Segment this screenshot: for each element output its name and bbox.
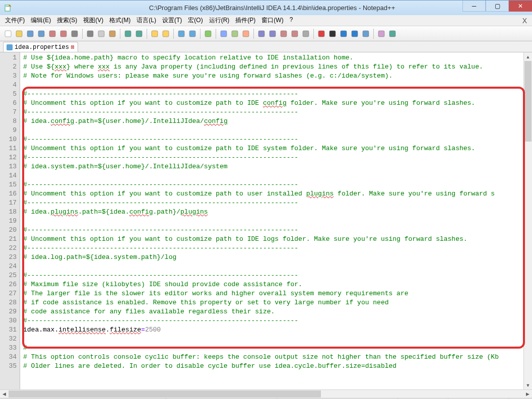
scroll-down-icon[interactable]: ▼: [524, 381, 532, 389]
svg-rect-23: [270, 31, 276, 37]
save-macro-icon[interactable]: [361, 29, 371, 39]
code-line: # idea.log.path=${idea.system.path}/log: [23, 253, 523, 262]
scroll-up-icon[interactable]: ▲: [524, 52, 532, 61]
minimize-button[interactable]: ─: [462, 1, 486, 12]
about-icon[interactable]: [387, 29, 397, 39]
menu-7[interactable]: 宏(O): [185, 15, 206, 26]
save-all-icon[interactable]: [36, 29, 46, 39]
scroll-left-icon[interactable]: ◀: [0, 391, 9, 396]
spell-icon[interactable]: [376, 29, 386, 39]
menu-8[interactable]: 运行(R): [206, 15, 233, 26]
copy-icon[interactable]: [96, 29, 106, 39]
code-line: # This option controls console cyclic bu…: [23, 353, 523, 362]
stop-icon[interactable]: [327, 29, 338, 39]
svg-rect-30: [352, 31, 358, 37]
tab-label: idea.properties: [15, 44, 69, 51]
code-line: # Note for Windows users: please make su…: [23, 72, 523, 81]
play-icon[interactable]: [339, 29, 349, 39]
menu-6[interactable]: 设置(T): [159, 15, 185, 26]
close-button[interactable]: ✕: [509, 1, 532, 12]
mdi-close-icon[interactable]: X: [522, 17, 527, 25]
code-line: # Use ${xxx} where xxx is any Java prope…: [23, 62, 523, 72]
print-icon[interactable]: [70, 29, 80, 39]
tab-bar: idea.properties ⊠: [0, 41, 532, 52]
code-line: # Uncomment this option if you want to c…: [23, 144, 523, 153]
code-line: #---------------------------------------…: [23, 153, 523, 162]
menu-3[interactable]: 视图(V): [80, 15, 106, 26]
menu-10[interactable]: 窗口(W): [258, 15, 286, 26]
expand-icon[interactable]: [290, 29, 300, 39]
all-chars-icon[interactable]: [230, 29, 240, 39]
menu-5[interactable]: 语言(L): [134, 15, 159, 26]
unfold-icon[interactable]: [268, 29, 278, 39]
hide-icon[interactable]: [301, 29, 311, 39]
file-icon: [7, 44, 13, 50]
svg-rect-22: [258, 31, 264, 37]
redo-icon[interactable]: [134, 29, 144, 39]
svg-rect-13: [136, 31, 142, 37]
horizontal-scrollbar[interactable]: ◀ ▶: [0, 389, 532, 398]
svg-rect-19: [221, 31, 227, 37]
app-icon: [4, 4, 12, 12]
zoom-out-icon[interactable]: [187, 29, 197, 39]
svg-rect-18: [205, 31, 211, 37]
toolbar: [0, 26, 532, 41]
file-tab[interactable]: idea.properties ⊠: [3, 42, 78, 52]
svg-rect-28: [329, 31, 336, 37]
svg-rect-3: [16, 31, 22, 37]
indent-icon[interactable]: [241, 29, 251, 39]
code-area[interactable]: # Use ${idea.home.path} macro to specify…: [20, 52, 523, 389]
replace-icon[interactable]: [161, 29, 171, 39]
zoom-in-icon[interactable]: [176, 29, 186, 39]
vertical-scrollbar[interactable]: ▲ ▼: [523, 52, 532, 389]
code-line: # if code assistance is enabled. Remove …: [23, 298, 523, 307]
cut-icon[interactable]: [85, 29, 95, 39]
collapse-icon[interactable]: [279, 29, 289, 39]
svg-rect-27: [318, 31, 324, 37]
svg-rect-8: [72, 31, 78, 37]
save-icon[interactable]: [25, 29, 35, 39]
hscroll-thumb[interactable]: [9, 390, 321, 397]
menu-bar: 文件(F)编辑(E)搜索(S)视图(V)格式(M)语言(L)设置(T)宏(O)运…: [0, 15, 532, 26]
undo-icon[interactable]: [123, 29, 133, 39]
menu-11[interactable]: ?: [287, 15, 296, 26]
wrap-icon[interactable]: [219, 29, 229, 39]
code-line: # idea.plugins.path=${idea.config.path}/…: [23, 208, 523, 217]
play-multi-icon[interactable]: [350, 29, 360, 39]
open-icon[interactable]: [14, 29, 24, 39]
editor: 1234567891011121314151617181920212223242…: [0, 52, 532, 389]
line-gutter: 1234567891011121314151617181920212223242…: [0, 52, 20, 389]
code-line: #---------------------------------------…: [23, 226, 523, 235]
fold-icon[interactable]: [256, 29, 267, 39]
sync-icon[interactable]: [203, 29, 213, 39]
paste-icon[interactable]: [107, 29, 117, 39]
new-icon[interactable]: [3, 29, 13, 39]
menu-9[interactable]: 插件(P): [232, 15, 258, 26]
svg-rect-24: [281, 31, 287, 37]
code-line: [23, 171, 523, 180]
scroll-right-icon[interactable]: ▶: [523, 391, 532, 396]
svg-rect-32: [378, 31, 384, 37]
code-line: # idea.config.path=${user.home}/.Intelli…: [23, 117, 523, 126]
rec-icon[interactable]: [316, 29, 326, 39]
close-all-icon[interactable]: [58, 29, 69, 39]
find-icon[interactable]: [150, 29, 160, 39]
scroll-thumb[interactable]: [524, 61, 531, 142]
code-line: # Uncomment this option if you want to c…: [23, 99, 523, 108]
code-line: [23, 262, 523, 271]
tab-close-icon[interactable]: ⊠: [71, 44, 75, 50]
menu-0[interactable]: 文件(F): [2, 15, 28, 26]
code-line: [23, 126, 523, 135]
menu-1[interactable]: 编辑(E): [28, 15, 54, 26]
code-line: #---------------------------------------…: [23, 244, 523, 253]
close-icon[interactable]: [47, 29, 57, 39]
svg-rect-7: [60, 31, 66, 37]
menu-4[interactable]: 格式(M): [106, 15, 134, 26]
menu-2[interactable]: 搜索(S): [54, 15, 80, 26]
svg-rect-12: [125, 31, 131, 37]
code-line: [23, 217, 523, 226]
code-line: # code assistance for any files availabl…: [23, 307, 523, 316]
maximize-button[interactable]: ▢: [486, 1, 509, 12]
code-line: # Uncomment this option if you want to c…: [23, 189, 523, 198]
svg-rect-25: [292, 31, 298, 37]
